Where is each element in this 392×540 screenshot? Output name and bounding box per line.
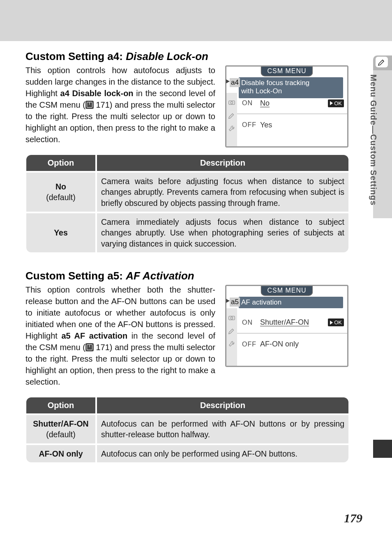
lcd-a5-row-off[interactable]: OFF AF-ON only (237, 334, 347, 355)
ok-indicator: OK (328, 99, 344, 107)
camera-icon (228, 99, 235, 106)
svg-point-1 (231, 102, 233, 104)
table-row: Option Description (25, 397, 349, 414)
body-a5: This option controls whether both the sh… (25, 284, 215, 388)
lcd-a5-row-on[interactable]: ON Shutter/AF-ON OK (237, 312, 347, 334)
desc-cell-a5-0: Autofocus can be performed with AF-ON bu… (96, 414, 349, 444)
pencil-small-icon (228, 112, 235, 119)
ok-label: OK (334, 319, 342, 325)
heading-a4-prefix: Custom Setting a4: (25, 50, 126, 62)
triangle-right-icon (330, 321, 333, 325)
ok-label: OK (334, 100, 342, 106)
heading-a4: Custom Setting a4: Disable Lock-on (25, 50, 349, 63)
th-desc-a4: Description (96, 154, 349, 172)
lcd-a5-row0-flag: ON (242, 319, 260, 326)
opt-label: No (30, 181, 91, 192)
table-row: Option Description (25, 154, 349, 172)
heading-a5-prefix: Custom Setting a5: (25, 270, 126, 282)
desc-cell-a4-0: Camera waits before adjusting focus when… (96, 172, 349, 212)
table-a5: Option Description Shutter/AF-ON (defaul… (25, 397, 349, 463)
main-content: Custom Setting a4: Disable Lock-on This … (25, 50, 349, 463)
th-option-a5: Option (25, 397, 96, 414)
opt-cell-a5-1: AF-ON only (25, 444, 96, 463)
body-a5-bold: a5 AF activation (61, 331, 127, 340)
side-tab-body: Menu Guide—Custom Settings (373, 70, 392, 218)
lcd-a4-row-off[interactable]: OFF Yes (237, 114, 347, 136)
wrench-icon (228, 340, 235, 348)
camera-icon (228, 314, 235, 321)
opt-cell-a4-1: Yes (25, 212, 96, 253)
table-a4: Option Description No (default) Camera w… (25, 154, 349, 253)
lcd-a5-code: a5 (230, 298, 240, 307)
opt-label: Yes (30, 227, 91, 238)
desc-cell-a5-1: Autofocus can only be performed using AF… (96, 444, 349, 463)
lcd-a5-titlebar: CSM MENU a5 AF activation (226, 286, 347, 308)
th-desc-a5: Description (96, 397, 349, 414)
body-a4: This option controls how autofocus adjus… (25, 65, 215, 145)
lcd-a4-row1-value: Yes (260, 121, 344, 129)
ok-indicator: OK (328, 318, 344, 326)
lcd-a4-sidebar (226, 93, 237, 146)
svg-point-3 (231, 317, 233, 319)
body-a4-bold: a4 Disable lock-on (60, 89, 134, 98)
page-number: 179 (344, 511, 362, 525)
lcd-a5-rows: ON Shutter/AF-ON OK OFF AF-ON only (237, 308, 347, 355)
opt-sub: (default) (30, 192, 91, 203)
side-tab-badge (373, 55, 392, 70)
lcd-a4-row0-value: No (260, 99, 328, 108)
lcd-a5-row0-value: Shutter/AF-ON (260, 318, 328, 327)
opt-sub: (default) (30, 429, 91, 440)
lcd-a5-row1-flag: OFF (242, 341, 260, 348)
table-row: Yes Camera immediately adjusts focus whe… (25, 212, 349, 253)
table-row: No (default) Camera waits before adjusti… (25, 172, 349, 212)
opt-label: AF-ON only (30, 448, 91, 459)
opt-label: Shutter/AF-ON (30, 418, 91, 429)
lcd-a5: CSM MENU a5 AF activation ON Shutter/AF-… (225, 285, 348, 367)
table-row: Shutter/AF-ON (default) Autofocus can be… (25, 414, 349, 444)
table-row: AF-ON only Autofocus can only be perform… (25, 444, 349, 463)
lcd-a4-title: CSM MENU (261, 67, 313, 76)
lcd-a4-row0-flag: ON (242, 99, 260, 107)
opt-cell-a5-0: Shutter/AF-ON (default) (25, 414, 96, 444)
side-page-marker (373, 440, 392, 458)
heading-a5-name: AF Activation (126, 270, 194, 282)
cross-reference-icon (85, 101, 94, 109)
wrench-icon (228, 125, 235, 132)
lcd-a4-code: a4 (230, 78, 240, 87)
lcd-a4-rows: ON No OK OFF Yes (237, 93, 347, 136)
lcd-a4: CSM MENU a4 Disable focus tracking with … (225, 65, 348, 148)
lcd-a5-sidebar (226, 308, 237, 366)
triangle-right-icon (330, 101, 333, 105)
lcd-a5-subtitle: AF activation (239, 297, 343, 308)
pencil-icon (376, 57, 388, 67)
side-tab: Menu Guide—Custom Settings (370, 55, 392, 466)
lcd-a4-row1-flag: OFF (242, 121, 260, 129)
lcd-a5-row1-value: AF-ON only (260, 340, 344, 348)
lcd-a5-title: CSM MENU (261, 286, 313, 296)
cross-reference-icon (85, 343, 94, 351)
lcd-a4-row-on[interactable]: ON No OK (237, 93, 347, 114)
th-option-a4: Option (25, 154, 96, 172)
lcd-a4-titlebar: CSM MENU a4 Disable focus tracking with … (226, 67, 347, 93)
side-tab-label: Menu Guide—Custom Settings (369, 74, 378, 205)
pencil-small-icon (228, 327, 235, 335)
desc-cell-a4-1: Camera immediately adjusts focus when di… (96, 212, 349, 253)
top-banner (0, 0, 392, 41)
opt-cell-a4-0: No (default) (25, 172, 96, 212)
heading-a4-name: Disable Lock-on (126, 50, 208, 62)
heading-a5: Custom Setting a5: AF Activation (25, 270, 349, 282)
